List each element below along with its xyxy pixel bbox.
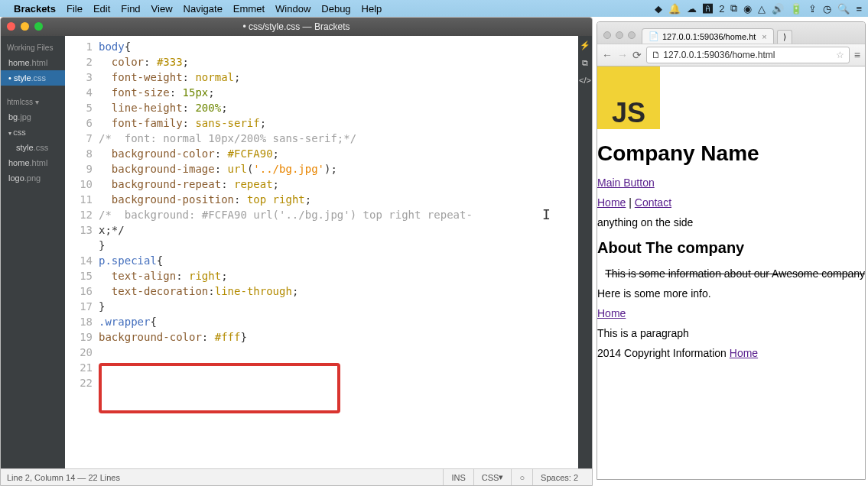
bell-icon[interactable]: 🔔 bbox=[668, 3, 681, 15]
url-text: 127.0.0.1:59036/home.html bbox=[663, 50, 775, 60]
project-header[interactable]: htmlcss ▾ bbox=[1, 95, 65, 109]
battery-icon[interactable]: 🔋 bbox=[790, 3, 802, 15]
address-bar[interactable]: 🗋 127.0.0.1:59036/home.html ☆ bbox=[646, 47, 850, 63]
main-button-link[interactable]: Main Button bbox=[597, 177, 655, 189]
footer-home-link[interactable]: Home bbox=[730, 347, 758, 359]
live-preview-icon[interactable]: ⚡ bbox=[580, 40, 590, 50]
brackets-window: • css/style.css — Brackets Working Files… bbox=[0, 17, 593, 486]
dropbox-icon[interactable]: ⧉ bbox=[730, 2, 737, 15]
bookmark-icon[interactable]: ☆ bbox=[836, 50, 844, 60]
status-lang[interactable]: CSS ▾ bbox=[473, 469, 512, 485]
spotlight-icon[interactable]: 🔍 bbox=[837, 3, 850, 15]
tree-folder[interactable]: css bbox=[1, 125, 65, 140]
reload-button[interactable]: ⟳ bbox=[632, 49, 642, 61]
adobe-icon[interactable]: 🅰 bbox=[703, 3, 713, 15]
menu-window[interactable]: Window bbox=[275, 3, 310, 15]
new-tab-button[interactable]: ⟩ bbox=[777, 30, 792, 44]
working-file[interactable]: home.html bbox=[1, 55, 65, 70]
menu-emmet[interactable]: Emmet bbox=[233, 3, 265, 15]
strike-paragraph: This is some information about our Aweso… bbox=[597, 267, 865, 280]
browser-close-icon[interactable] bbox=[603, 31, 611, 39]
mac-menubar: Brackets File Edit Find View Navigate Em… bbox=[0, 0, 868, 17]
volume-icon[interactable]: 🔊 bbox=[772, 3, 784, 15]
menu-help[interactable]: Help bbox=[362, 3, 382, 15]
menu-edit[interactable]: Edit bbox=[93, 3, 110, 15]
app-name[interactable]: Brackets bbox=[14, 3, 56, 15]
nav-contact-link[interactable]: Contact bbox=[635, 196, 671, 209]
status-spaces[interactable]: Spaces: 2 bbox=[532, 469, 586, 485]
cloud-icon[interactable]: ☁ bbox=[687, 3, 697, 15]
info-paragraph: Here is some more info. bbox=[597, 287, 865, 300]
code-editor[interactable]: 12345678910111213 141516171819202122 bod… bbox=[65, 36, 592, 468]
working-files-header: Working Files bbox=[1, 40, 65, 55]
traffic-lights[interactable] bbox=[7, 22, 43, 31]
menu-navigate[interactable]: Navigate bbox=[184, 3, 223, 15]
tree-file[interactable]: style.css bbox=[1, 140, 65, 155]
drive-icon[interactable]: △ bbox=[758, 3, 766, 15]
notification-icon[interactable]: ◆ bbox=[655, 3, 662, 15]
aside-text: anything on the side bbox=[597, 216, 865, 228]
extensions-icon[interactable]: ⧉ bbox=[582, 58, 588, 68]
nav-home-link[interactable]: Home bbox=[597, 196, 626, 209]
plain-paragraph: This is a paragraph bbox=[597, 327, 865, 339]
tree-file[interactable]: logo.png bbox=[1, 170, 65, 186]
browser-tab[interactable]: 📄 127.0.0.1:59036/home.ht × bbox=[642, 28, 774, 44]
page-icon: 🗋 bbox=[652, 50, 661, 60]
brackets-sidebar: Working Files home.htmlstyle.css htmlcss… bbox=[1, 36, 65, 468]
forward-button[interactable]: → bbox=[617, 49, 628, 61]
num-icon[interactable]: 2 bbox=[719, 3, 724, 15]
menu-view[interactable]: View bbox=[151, 3, 173, 15]
browser-toolbar: ← → ⟳ 🗋 127.0.0.1:59036/home.html ☆ ≡ bbox=[597, 44, 865, 66]
wifi-icon[interactable]: ⇪ bbox=[808, 3, 817, 15]
zoom-window-icon[interactable] bbox=[34, 22, 43, 31]
brackets-titlebar: • css/style.css — Brackets bbox=[1, 18, 592, 36]
tree-file[interactable]: bg.jpg bbox=[1, 109, 65, 125]
rendered-page: JS Company Name Main Button Home | Conta… bbox=[597, 66, 865, 479]
browser-tabstrip: 📄 127.0.0.1:59036/home.ht × ⟩ bbox=[597, 22, 865, 44]
minimize-window-icon[interactable] bbox=[21, 22, 29, 31]
window-title: • css/style.css — Brackets bbox=[242, 21, 349, 32]
tree-file[interactable]: home.html bbox=[1, 155, 65, 170]
working-file[interactable]: style.css bbox=[1, 70, 65, 86]
menu-debug[interactable]: Debug bbox=[321, 3, 350, 15]
tab-title: 127.0.0.1:59036/home.ht bbox=[662, 32, 756, 41]
js-logo: JS bbox=[597, 66, 660, 129]
brackets-statusbar: Line 2, Column 14 — 22 Lines INS CSS ▾ ○… bbox=[1, 468, 592, 485]
menubar-status-icons: ◆ 🔔 ☁ 🅰 2 ⧉ ◉ △ 🔊 🔋 ⇪ ◷ 🔍 ≡ bbox=[655, 2, 862, 15]
browser-zoom-icon[interactable] bbox=[628, 31, 636, 39]
brackets-right-toolbar: ⚡ ⧉ </> bbox=[578, 36, 592, 468]
menu-find[interactable]: Find bbox=[121, 3, 140, 15]
home-link-2[interactable]: Home bbox=[597, 307, 626, 319]
status-circle-icon[interactable]: ○ bbox=[511, 469, 532, 485]
page-favicon-icon: 📄 bbox=[649, 31, 659, 41]
code-icon[interactable]: </> bbox=[579, 76, 591, 85]
list-icon[interactable]: ≡ bbox=[856, 3, 862, 15]
close-window-icon[interactable] bbox=[7, 22, 15, 31]
back-button[interactable]: ← bbox=[602, 49, 613, 61]
browser-min-icon[interactable] bbox=[616, 31, 623, 39]
status-cursor: Line 2, Column 14 — 22 Lines bbox=[7, 473, 443, 482]
highlight-annotation bbox=[99, 363, 340, 413]
menu-file[interactable]: File bbox=[67, 3, 83, 15]
footer-paragraph: 2014 Copyright Information Home bbox=[597, 347, 865, 359]
browser-menu-icon[interactable]: ≡ bbox=[854, 49, 860, 61]
status-ins[interactable]: INS bbox=[443, 469, 473, 485]
tab-close-icon[interactable]: × bbox=[762, 32, 766, 41]
sync-icon[interactable]: ◉ bbox=[743, 3, 752, 15]
page-h2: About The company bbox=[597, 239, 865, 257]
browser-traffic-lights[interactable] bbox=[603, 31, 636, 39]
clock-icon[interactable]: ◷ bbox=[823, 3, 831, 15]
page-h1: Company Name bbox=[597, 141, 865, 166]
browser-window: 📄 127.0.0.1:59036/home.ht × ⟩ ← → ⟳ 🗋 12… bbox=[597, 21, 866, 480]
